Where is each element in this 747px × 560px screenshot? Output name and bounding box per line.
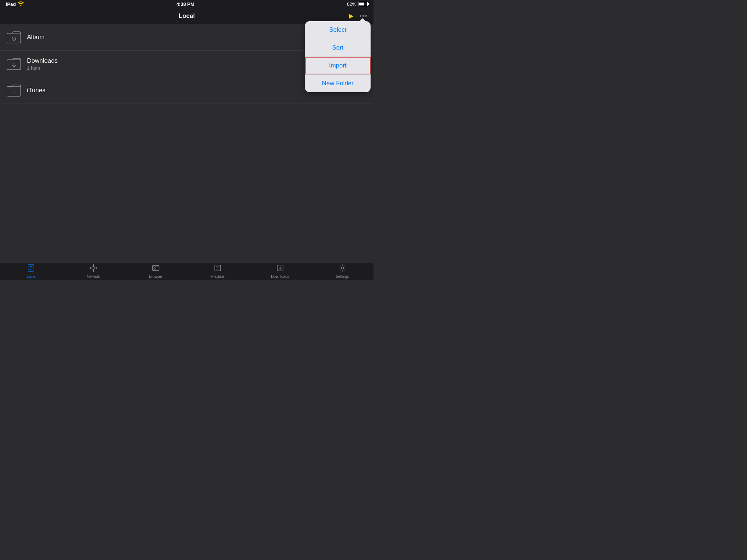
popover-overlay[interactable]: Select Sort Import New Folder [0,0,374,280]
popover-item-sort[interactable]: Sort [305,39,371,57]
popover-menu: Select Sort Import New Folder [305,21,371,92]
popover-item-import[interactable]: Import [305,57,371,75]
popover-item-new-folder[interactable]: New Folder [305,75,371,92]
popover-item-select[interactable]: Select [305,21,371,39]
